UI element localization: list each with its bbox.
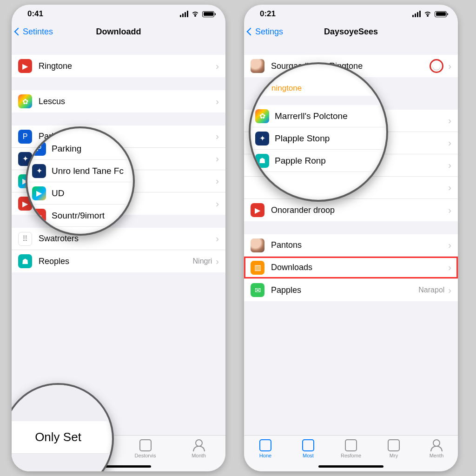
tab-icon (345, 439, 357, 451)
chevron-right-icon: › (448, 61, 451, 72)
chevron-right-icon: › (448, 182, 451, 193)
row-detail: Ningri (193, 257, 212, 265)
tab-resfome[interactable]: Resfome (330, 439, 372, 458)
toggle-switch[interactable] (430, 59, 443, 73)
row-label: Pantons (271, 240, 448, 250)
app-icon: ☗ (18, 254, 32, 268)
tab-icon (139, 439, 152, 451)
signal-icon (412, 11, 421, 17)
home-indicator[interactable] (318, 465, 383, 468)
tab-icon (302, 439, 314, 451)
chevron-right-icon: › (216, 256, 219, 267)
row-detail: Narapol (418, 286, 444, 294)
chevron-right-icon: › (216, 233, 219, 244)
wifi-icon (191, 11, 199, 17)
row-downloads[interactable]: ▥ Downloads › (244, 257, 458, 279)
tab-3[interactable]: Month (178, 439, 220, 458)
chevron-right-icon: › (448, 205, 451, 216)
chevron-right-icon: › (216, 153, 219, 164)
phone-left: 0:41 Setintes Downloadd ▶ Ringtone › (12, 5, 225, 471)
tab-hone[interactable]: Hone (244, 439, 287, 458)
lens-row: ▶ UD (27, 182, 133, 205)
ringtone-icon: ▶ (18, 59, 32, 73)
chevron-right-icon: › (448, 262, 451, 273)
tab-icon (259, 439, 271, 451)
chevron-right-icon: › (216, 61, 219, 72)
status-time: 0:21 (260, 9, 276, 19)
lens-row: ✦ Plapple Stonp (251, 127, 386, 150)
tab-menth[interactable]: Menth (415, 439, 458, 458)
settings-list: ▶ Ringtone › ✿ Lescus › P Parking › (12, 42, 225, 435)
tab-icon (388, 439, 400, 451)
chevron-right-icon: › (216, 176, 219, 186)
lens-row: P Parking (27, 138, 133, 160)
parking-icon: P (18, 130, 32, 144)
nav-bar: Setings DaysoyeSees (244, 21, 458, 42)
nav-back-button[interactable]: Setings (248, 27, 283, 37)
chevron-right-icon: › (448, 115, 451, 126)
row-ringtone[interactable]: ▶ Ringtone › (12, 55, 225, 77)
row-label: Reoples (39, 257, 193, 266)
photos-icon: ✿ (255, 109, 269, 123)
magnifier-lens: ningtone ✿ Marrerll's Polctone ✦ Plapple… (249, 62, 388, 202)
app-icon: ⠿ (18, 232, 32, 246)
tab-most[interactable]: Most (287, 439, 330, 458)
status-bar: 0:41 (12, 5, 225, 21)
signal-icon (180, 11, 188, 17)
magnifier-lens: P Parking ✦ Unro lend Tane Fc ▶ UD ▶ Sou… (26, 126, 135, 236)
lens-row: Only Set (12, 421, 112, 454)
row-label: Downloads (271, 263, 448, 272)
chevron-right-icon: › (448, 240, 451, 251)
row-label: Lescus (39, 97, 216, 106)
nav-back-label: Setings (255, 27, 283, 37)
status-time: 0:41 (27, 9, 43, 19)
row-swatroters[interactable]: ⠿ Swatroters › (12, 228, 225, 250)
battery-icon (435, 11, 447, 17)
row-pantons[interactable]: Pantons › (244, 234, 458, 257)
app-icon: ✦ (255, 132, 269, 145)
chevron-right-icon: › (216, 96, 219, 107)
chevron-right-icon: › (448, 160, 451, 171)
row-reoples[interactable]: ☗ Reoples Ningri › (12, 250, 225, 272)
battery-icon (202, 11, 214, 17)
app-icon: ✦ (32, 164, 46, 178)
person-icon (193, 439, 205, 451)
wifi-icon (423, 11, 432, 17)
status-bar: 0:21 (244, 5, 458, 21)
nav-back-button[interactable]: Setintes (15, 27, 53, 37)
tab-bar: Hone Most Resfome Mry Menth (244, 435, 458, 471)
lens-header: ningtone (251, 82, 386, 96)
play-store-icon: ▶ (32, 186, 46, 200)
chevron-right-icon: › (448, 285, 451, 296)
row-onorander[interactable]: ▶ Onorander droop › (244, 199, 458, 221)
nav-back-label: Setintes (23, 27, 53, 37)
lens-row: ✦ Unro lend Tane Fc (27, 160, 133, 182)
status-right (412, 11, 447, 17)
row-label: Swatroters (39, 234, 216, 244)
phone-right: 0:21 Setings DaysoyeSees Sourgasdlased R… (244, 5, 458, 471)
chevron-right-icon: › (448, 138, 451, 148)
status-right (180, 11, 214, 17)
chevron-right-icon: › (216, 198, 219, 209)
downloads-icon: ▥ (251, 261, 264, 275)
person-icon (430, 439, 443, 451)
row-label: Onorander droop (271, 205, 448, 215)
row-label: Ringtone (39, 61, 216, 71)
tab-mry[interactable]: Mry (372, 439, 415, 458)
photos-icon: ✿ (18, 94, 32, 108)
app-icon: ▶ (251, 203, 264, 217)
nav-bar: Setintes Downloadd (12, 21, 225, 42)
lens-row: ☗ Papple Ronp (251, 150, 386, 172)
tab-2[interactable]: Destorvis (124, 439, 167, 458)
app-icon: ☗ (255, 154, 269, 168)
messages-icon: ✉ (251, 283, 264, 297)
lens-row: ✿ Marrerll's Polctone (251, 105, 386, 127)
avatar-icon (251, 59, 264, 73)
chevron-left-icon (14, 28, 22, 36)
row-papples[interactable]: ✉ Papples Narapol › (244, 279, 458, 301)
row-label: Papples (271, 285, 418, 295)
chevron-right-icon: › (216, 131, 219, 142)
row-lescus[interactable]: ✿ Lescus › (12, 90, 225, 112)
avatar-icon (251, 238, 264, 252)
chevron-left-icon (247, 28, 255, 36)
